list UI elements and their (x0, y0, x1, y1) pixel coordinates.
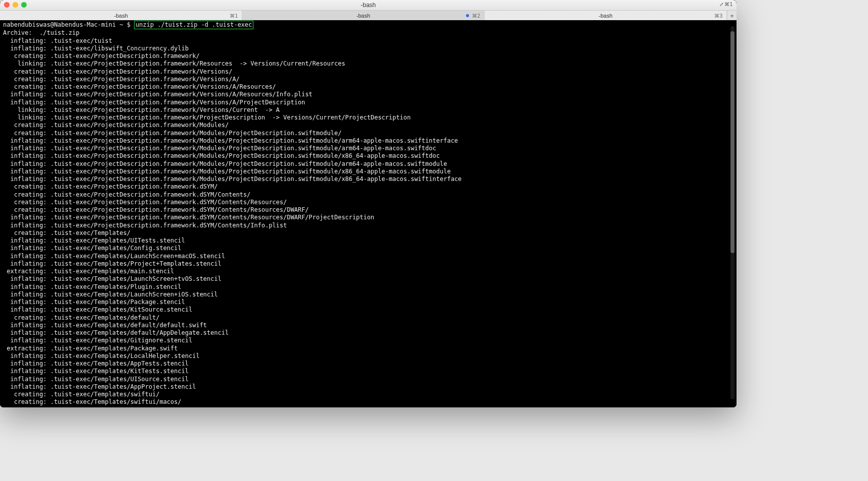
close-icon[interactable] (4, 2, 10, 8)
tab-shortcut: ⌘3 (714, 13, 722, 19)
new-tab-button[interactable]: + (727, 11, 737, 21)
minimize-icon[interactable] (13, 2, 18, 8)
activity-dot-icon (466, 14, 469, 17)
tab-2[interactable]: -bash ⌘2 (242, 11, 485, 21)
output-lines: Archive: ./tuist.zip inflating: .tuist-e… (3, 29, 733, 406)
traffic-lights (4, 2, 27, 8)
tab-1[interactable]: -bash ⌘1 (0, 11, 242, 21)
prompt-text: nabendubiswas@Nabendus-Mac-mini ~ $ (3, 21, 134, 28)
maximize-icon[interactable] (21, 2, 27, 8)
plus-icon: + (730, 12, 734, 20)
tab-label: -bash (356, 13, 370, 19)
prompt: nabendubiswas@Nabendus-Mac-mini ~ $ unzi… (3, 21, 253, 29)
scrollbar-track[interactable] (730, 26, 735, 399)
tab-3[interactable]: -bash ⌘3 (485, 11, 727, 21)
tab-label: -bash (114, 13, 128, 19)
tabbar: -bash ⌘1 -bash ⌘2 -bash ⌘3 + (0, 11, 737, 21)
titlebar[interactable]: -bash ⤢ ⌘1 (0, 0, 737, 11)
window-title: -bash (361, 2, 376, 9)
titlebar-right[interactable]: ⤢ ⌘1 (719, 2, 732, 7)
tab-label: -bash (598, 13, 613, 19)
expand-icon[interactable]: ⤢ ⌘1 (719, 2, 732, 7)
tab-shortcut: ⌘2 (472, 13, 480, 19)
scrollbar-thumb[interactable] (730, 31, 735, 253)
tab-shortcut: ⌘1 (230, 13, 238, 19)
terminal-output[interactable]: nabendubiswas@Nabendus-Mac-mini ~ $ unzi… (0, 20, 737, 407)
terminal-window: -bash ⤢ ⌘1 -bash ⌘1 -bash ⌘2 -bash ⌘3 + … (0, 0, 737, 407)
command: unzip ./tuist.zip -d .tuist-exec (134, 21, 253, 29)
